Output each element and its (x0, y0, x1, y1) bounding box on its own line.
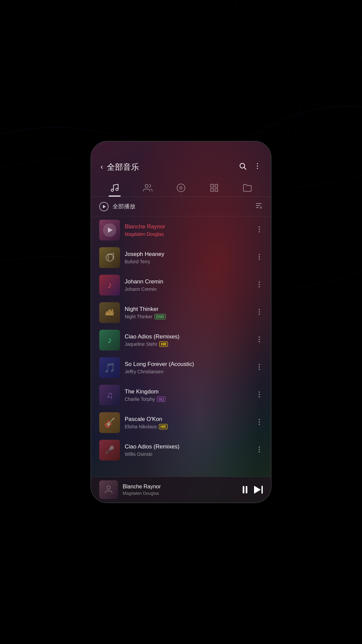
svg-point-37 (259, 419, 260, 420)
svg-point-43 (107, 486, 110, 489)
sort-icon[interactable] (255, 202, 263, 211)
song-thumbnail (99, 247, 120, 268)
song-more-button[interactable] (256, 417, 263, 428)
song-meta: Magdalen Douglas (125, 231, 251, 237)
song-more-button[interactable] (256, 280, 263, 291)
list-item[interactable]: 🎵 So Long Forever (Acoustic) Jeffry Chri… (91, 354, 271, 381)
svg-point-19 (259, 254, 260, 255)
song-artist: Johann Cremin (125, 286, 157, 292)
song-artist: Charlie Torphy (125, 396, 155, 402)
song-title: Blanche Raynor (125, 223, 251, 230)
list-item[interactable]: Blanche Raynor Magdalen Douglas (91, 216, 271, 244)
now-playing-controls (243, 486, 263, 494)
quality-badge: HR (159, 341, 168, 347)
song-thumbnail: 🏙 (99, 302, 120, 323)
now-playing-artist: Magdalen Douglas (123, 491, 238, 496)
svg-point-28 (259, 336, 260, 338)
song-meta: Jaqueline Stehr HR (125, 341, 251, 347)
svg-point-15 (259, 226, 260, 228)
song-info: Night Thinker Night Thinker DSD (125, 306, 251, 319)
play-all-button[interactable] (99, 202, 109, 211)
song-meta: Night Thinker DSD (125, 314, 251, 319)
svg-point-24 (259, 286, 260, 287)
song-more-button[interactable] (256, 390, 263, 401)
song-info: Johann Cremin Johann Cremin (125, 278, 251, 292)
song-info: So Long Forever (Acoustic) Jeffry Christ… (125, 361, 251, 374)
list-item[interactable]: ♫ The Kingdom Charlie Torphy SQ (91, 381, 271, 409)
song-more-button[interactable] (256, 362, 263, 373)
list-item[interactable]: Joseph Heaney Buford Terry (91, 244, 271, 271)
song-more-button[interactable] (256, 445, 263, 456)
song-title: Joseph Heaney (125, 251, 251, 258)
song-meta: Buford Terry (125, 259, 251, 264)
song-info: Blanche Raynor Magdalen Douglas (125, 223, 251, 237)
song-title: Ciao Adios (Remixes) (125, 443, 251, 450)
song-meta: Charlie Torphy SQ (125, 396, 251, 402)
svg-point-38 (259, 421, 260, 423)
now-playing-title: Blanche Raynor (123, 484, 238, 490)
song-more-button[interactable] (256, 335, 263, 346)
svg-point-41 (259, 449, 260, 450)
tab-folders[interactable] (237, 180, 257, 197)
svg-point-21 (259, 259, 260, 260)
song-title: The Kingdom (125, 388, 251, 395)
tab-songs[interactable] (105, 180, 125, 197)
svg-point-25 (259, 309, 260, 310)
svg-point-39 (259, 424, 260, 425)
svg-point-6 (177, 184, 185, 192)
next-button[interactable] (254, 486, 263, 494)
list-item[interactable]: 🎸 Pascale O'Kon Elisha Nikolaus HR (91, 409, 271, 436)
song-meta: Elisha Nikolaus HR (125, 424, 251, 429)
tab-albums[interactable] (171, 180, 191, 197)
song-artist: Jeffry Christiansen (125, 369, 164, 374)
svg-point-36 (259, 396, 260, 397)
song-more-button[interactable] (256, 225, 263, 236)
song-thumbnail: ♪ (99, 275, 120, 296)
song-artist: Buford Terry (125, 259, 150, 264)
list-item[interactable]: ♪ Ciao Adios (Remixes) Jaqueline Stehr H… (91, 326, 271, 354)
list-item[interactable]: ♪ Johann Cremin Johann Cremin (91, 271, 271, 299)
svg-point-32 (259, 366, 260, 368)
song-list: Blanche Raynor Magdalen Douglas Joseph H… (91, 216, 271, 477)
song-meta: Willis Osinski (125, 451, 251, 457)
quality-badge: HR (159, 424, 168, 429)
song-title: Pascale O'Kon (125, 416, 251, 423)
song-info: Pascale O'Kon Elisha Nikolaus HR (125, 416, 251, 429)
song-info: The Kingdom Charlie Torphy SQ (125, 388, 251, 402)
song-more-button[interactable] (256, 252, 263, 263)
song-artist: Willis Osinski (125, 451, 152, 457)
svg-point-31 (259, 364, 260, 365)
list-item[interactable]: 🏙 Night Thinker Night Thinker DSD (91, 299, 271, 326)
svg-rect-11 (215, 189, 218, 191)
now-playing-thumb (99, 480, 118, 499)
nav-tabs (91, 178, 271, 197)
back-button[interactable]: ‹ (101, 163, 103, 171)
list-item[interactable]: 🎤 Ciao Adios (Remixes) Willis Osinski (91, 436, 271, 464)
pause-button[interactable] (243, 486, 247, 493)
song-meta: Jeffry Christiansen (125, 369, 251, 374)
song-artist: Elisha Nikolaus (125, 424, 157, 429)
search-icon[interactable] (239, 162, 247, 172)
svg-rect-9 (215, 184, 218, 187)
svg-point-35 (259, 394, 260, 395)
song-thumbnail: 🎵 (99, 357, 120, 378)
svg-point-34 (259, 391, 260, 393)
now-playing-info: Blanche Raynor Magdalen Douglas (123, 484, 238, 496)
svg-rect-10 (211, 189, 214, 191)
song-thumbnail: ♪ (99, 330, 120, 351)
svg-point-23 (259, 284, 260, 285)
song-more-button[interactable] (256, 307, 263, 318)
song-title: Ciao Adios (Remixes) (125, 333, 251, 340)
page-title: 全部音乐 (107, 162, 235, 172)
header: ‹ 全部音乐 (91, 142, 271, 178)
song-thumbnail: 🎤 (99, 440, 120, 461)
tab-artists[interactable] (138, 180, 158, 197)
svg-point-3 (257, 166, 258, 167)
song-title: Johann Cremin (125, 278, 251, 285)
tab-playlists[interactable] (204, 180, 224, 197)
svg-point-22 (259, 281, 260, 283)
more-options-icon[interactable] (253, 162, 261, 172)
svg-point-42 (259, 451, 260, 452)
svg-point-20 (259, 256, 260, 258)
svg-point-40 (259, 446, 260, 448)
